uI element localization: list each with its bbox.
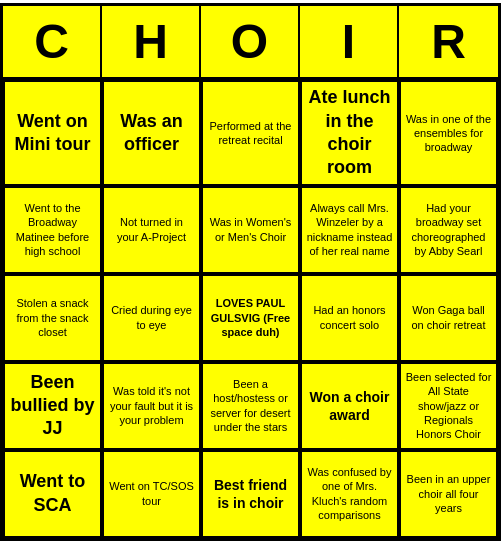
header-letter-i: I [300,6,399,77]
bingo-cell-16[interactable]: Was told it's not your fault but it is y… [102,362,201,450]
bingo-cell-14[interactable]: Won Gaga ball on choir retreat [399,274,498,362]
bingo-cell-13[interactable]: Had an honors concert solo [300,274,399,362]
bingo-cell-10[interactable]: Stolen a snack from the snack closet [3,274,102,362]
bingo-cell-0[interactable]: Went on Mini tour [3,80,102,186]
bingo-cell-17[interactable]: Been a host/hostess or server for desert… [201,362,300,450]
bingo-cell-20[interactable]: Went to SCA [3,450,102,538]
bingo-cell-11[interactable]: Cried during eye to eye [102,274,201,362]
bingo-cell-24[interactable]: Been in an upper choir all four years [399,450,498,538]
bingo-cell-18[interactable]: Won a choir award [300,362,399,450]
header-letter-r: R [399,6,498,77]
bingo-cell-22[interactable]: Best friend is in choir [201,450,300,538]
bingo-cell-15[interactable]: Been bullied by JJ [3,362,102,450]
bingo-card: CHOIR Went on Mini tourWas an officerPer… [0,3,501,541]
bingo-cell-19[interactable]: Been selected for All State show/jazz or… [399,362,498,450]
header-letter-c: C [3,6,102,77]
bingo-cell-8[interactable]: Always call Mrs. Winzeler by a nickname … [300,186,399,274]
bingo-cell-5[interactable]: Went to the Broadway Matinee before high… [3,186,102,274]
bingo-cell-6[interactable]: Not turned in your A-Project [102,186,201,274]
bingo-header: CHOIR [3,6,498,80]
bingo-cell-4[interactable]: Was in one of the ensembles for broadway [399,80,498,186]
bingo-cell-2[interactable]: Performed at the retreat recital [201,80,300,186]
header-letter-o: O [201,6,300,77]
bingo-cell-7[interactable]: Was in Women's or Men's Choir [201,186,300,274]
header-letter-h: H [102,6,201,77]
bingo-cell-3[interactable]: Ate lunch in the choir room [300,80,399,186]
bingo-cell-12[interactable]: LOVES PAUL GULSVIG (Free space duh) [201,274,300,362]
bingo-grid: Went on Mini tourWas an officerPerformed… [3,80,498,538]
bingo-cell-23[interactable]: Was confused by one of Mrs. Kluch's rand… [300,450,399,538]
bingo-cell-1[interactable]: Was an officer [102,80,201,186]
bingo-cell-9[interactable]: Had your broadway set choreographed by A… [399,186,498,274]
bingo-cell-21[interactable]: Went on TC/SOS tour [102,450,201,538]
